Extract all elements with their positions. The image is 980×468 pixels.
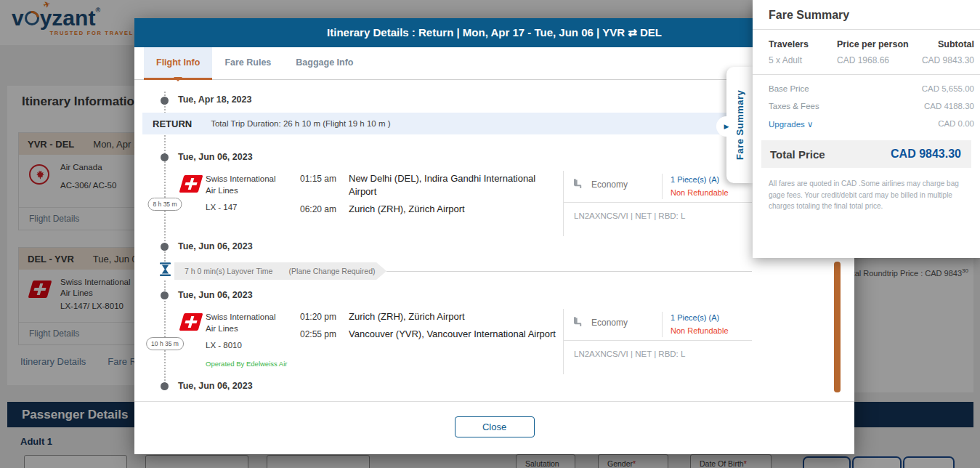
col-travelers: Travelers (769, 39, 837, 49)
swiss-air-logo-icon (179, 313, 203, 331)
fare-disclaimer: All fares are quoted in CAD .Some airlin… (753, 168, 980, 212)
fare-summary-title: Fare Summary (753, 0, 980, 29)
timeline-date: Tue, Jun 06, 2023 (178, 381, 253, 391)
refund-status: Non Refundable (671, 188, 729, 197)
taxes-fees-value: CAD 4188.30 (924, 102, 974, 110)
arrival-time: 02:55 pm (300, 328, 349, 341)
screen: vyzant® ✈ TRUSTED FOR TRAVEL Itinerary I… (0, 0, 980, 468)
divider (662, 174, 663, 199)
arrival-row: 06:20 am Zurich (ZRH), Zürich Airport (300, 203, 562, 216)
fare-table-header: Travelers Price per person Subtotal (753, 30, 980, 49)
base-price-row: Base Price CAD 5,655.00 (753, 75, 980, 97)
fare-basis-info: LN2AXNCS/VI | NET | RBD: L (564, 341, 752, 358)
flight-number: LX - 147 (206, 203, 237, 211)
price-per-person-value: CAD 1968.66 (837, 55, 922, 65)
swiss-air-logo-icon (179, 175, 203, 193)
cabin-row: Economy 1 Piece(s) (A) Non Refundable (564, 171, 752, 203)
col-price-per-person: Price per person (837, 39, 938, 49)
departure-airport: Zurich (ZRH), Zürich Airport (349, 310, 562, 323)
cabin-class: Economy (591, 318, 628, 328)
layover-note: (Plane Change Required) (288, 267, 375, 275)
layover-duration: 7 h 0 min(s) Layover Time (185, 267, 272, 275)
seat-icon (574, 316, 583, 329)
collapse-arrow-icon[interactable]: ▶ (716, 116, 737, 137)
segment-fare-block: Economy 1 Piece(s) (A) Non Refundable LN… (563, 171, 752, 236)
return-summary-bar: RETURN Total Trip Duration: 26 h 10 m (F… (142, 113, 753, 134)
timeline-dot (161, 97, 169, 105)
departure-time: 01:20 pm (300, 310, 349, 323)
tab-baggage-info[interactable]: Baggage Info (283, 47, 365, 79)
trip-duration: Total Trip Duration: 26 h 10 m (Flight 1… (211, 119, 390, 128)
airline-name: Swiss International Air Lines (206, 174, 278, 196)
timeline-date: Tue, Jun 06, 2023 (178, 241, 253, 251)
timeline-dot (161, 153, 169, 161)
refund-status: Non Refundable (671, 326, 729, 335)
fare-summary-panel: Fare Summary Travelers Price per person … (753, 0, 980, 258)
arrival-airport: Zurich (ZRH), Zürich Airport (349, 203, 562, 216)
arrival-airport: Vancouver (YVR), Vancouver International… (349, 328, 562, 341)
layover-banner: 7 h 0 min(s) Layover Time (Plane Change … (174, 262, 386, 280)
departure-airport: New Delhi (DEL), Indira Gandhi Internati… (349, 172, 562, 198)
chevron-down-icon: ∨ (807, 120, 813, 129)
segment-duration-badge: 8 h 35 m (147, 198, 182, 211)
upgrades-value: CAD 0.00 (938, 119, 974, 129)
tab-fare-rules[interactable]: Fare Rules (212, 47, 283, 79)
timeline-date: Tue, Apr 18, 2023 (178, 94, 251, 105)
tab-flight-info[interactable]: Flight Info (144, 47, 212, 79)
baggage-allowance[interactable]: 1 Piece(s) (A) (671, 175, 719, 184)
timeline-dot (161, 243, 169, 251)
total-price-bar: Total Price CAD 9843.30 (761, 140, 971, 168)
total-price-value: CAD 9843.30 (891, 148, 961, 161)
col-subtotal: Subtotal (938, 39, 974, 49)
segment-duration-badge: 10 h 35 m (146, 337, 184, 350)
modal-title-bar: Itinerary Details : Return | Mon, Apr 17… (134, 18, 854, 47)
departure-row: 01:20 pm Zurich (ZRH), Zürich Airport (300, 310, 562, 323)
layover-rule-line (386, 271, 752, 272)
upgrades-row: Upgrades ∨ CAD 0.00 (753, 115, 980, 134)
total-price-label: Total Price (770, 148, 825, 161)
airline-name: Swiss International Air Lines (206, 312, 278, 334)
departure-time: 01:15 am (300, 172, 349, 198)
flight-segment: Swiss International Air Lines LX - 8010 … (178, 309, 759, 376)
base-price-label: Base Price (769, 84, 809, 93)
fare-summary-slide-tab[interactable]: Fare Summary ▶ (726, 67, 753, 183)
flight-number: LX - 8010 (206, 341, 242, 350)
taxes-fees-label: Taxes & Fees (769, 102, 819, 110)
timeline-dot (161, 291, 169, 299)
modal-scrollbar-thumb[interactable] (834, 262, 841, 392)
segment-fare-block: Economy 1 Piece(s) (A) Non Refundable LN… (563, 309, 752, 374)
seat-icon (574, 178, 583, 191)
modal-footer: Close (134, 401, 854, 454)
baggage-allowance[interactable]: 1 Piece(s) (A) (671, 313, 719, 322)
flight-segment: Swiss International Air Lines LX - 147 0… (178, 171, 759, 238)
departure-row: 01:15 am New Delhi (DEL), Indira Gandhi … (300, 172, 562, 198)
segment-schedule: 01:15 am New Delhi (DEL), Indira Gandhi … (300, 172, 562, 221)
upgrades-label: Upgrades (769, 120, 805, 129)
arrival-row: 02:55 pm Vancouver (YVR), Vancouver Inte… (300, 328, 562, 341)
fare-table-row: 5 x Adult CAD 1968.66 CAD 9843.30 (753, 49, 980, 74)
segment-schedule: 01:20 pm Zurich (ZRH), Zürich Airport 02… (300, 310, 562, 345)
cabin-class: Economy (591, 179, 628, 190)
base-price-value: CAD 5,655.00 (922, 84, 974, 93)
hourglass-icon (158, 262, 172, 279)
cabin-row: Economy 1 Piece(s) (A) Non Refundable (564, 309, 752, 341)
operated-by-note: Operated By Edelweiss Air (206, 360, 287, 368)
timeline-date: Tue, Jun 06, 2023 (178, 152, 253, 162)
timeline-dot (161, 382, 169, 390)
arrival-time: 06:20 am (300, 203, 349, 216)
taxes-fees-row: Taxes & Fees CAD 4188.30 (753, 97, 980, 115)
subtotal-value: CAD 9843.30 (922, 55, 974, 65)
timeline-date: Tue, Jun 06, 2023 (178, 290, 253, 300)
close-button[interactable]: Close (455, 416, 535, 437)
divider (662, 312, 663, 337)
upgrades-expander[interactable]: Upgrades ∨ (769, 119, 814, 129)
fare-basis-info: LN2AXNCS/VI | NET | RBD: L (564, 203, 752, 220)
travelers-value: 5 x Adult (769, 55, 837, 65)
return-label: RETURN (153, 118, 192, 129)
